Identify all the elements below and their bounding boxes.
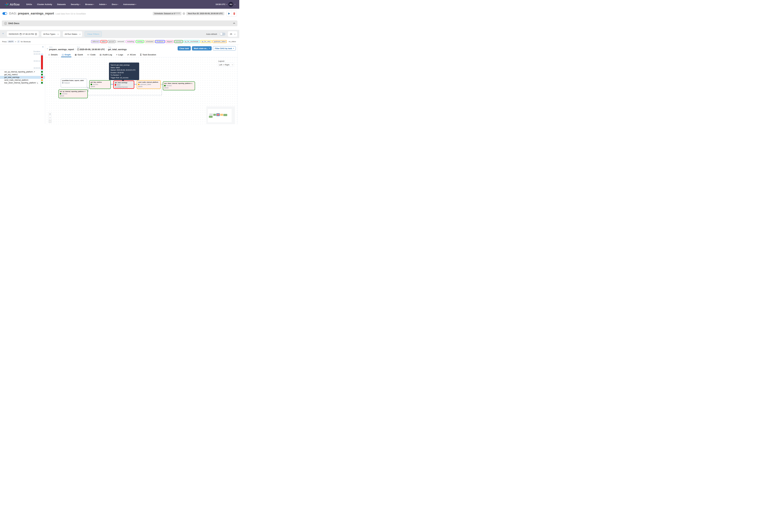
clear-task-button[interactable]: Clear task [178, 46, 191, 50]
tab-task-duration[interactable]: Task Duration [140, 52, 156, 57]
legend-shutdown[interactable]: shutdown [155, 40, 165, 43]
tab-code[interactable]: <>Code [87, 52, 95, 57]
legend-upstream-failed[interactable]: upstream_failed [212, 40, 227, 43]
caret-down-icon[interactable]: ▾ [235, 4, 235, 5]
legend-skipped[interactable]: skipped [165, 40, 174, 43]
run-duration-bar[interactable] [41, 55, 43, 69]
task-row-get-key-metrics[interactable]: get_key_metrics [0, 73, 45, 76]
run-types-select[interactable]: All Run Types [41, 31, 60, 37]
tab-xcom[interactable]: ⇄XCom [127, 52, 136, 57]
utc-clock-menu[interactable]: 19:59 UTC▾ [215, 3, 227, 6]
dag-name: prepare_earnings_report [18, 12, 54, 15]
task-row-get-total-earnings[interactable]: get_total_earnings [0, 76, 45, 79]
duration-tick: 00:00:00 [34, 67, 40, 69]
duration-axis-label: Duration [34, 50, 40, 52]
task-status-square[interactable] [41, 77, 43, 78]
tab-audit-log[interactable]: ▤Audit Log [100, 52, 112, 57]
nav-item-docs[interactable]: Docs▾ [112, 3, 118, 6]
page-size-select[interactable]: 25 [228, 31, 237, 37]
auto-refresh-toggle[interactable] [220, 33, 225, 36]
trigger-dag-button[interactable] [227, 11, 232, 16]
breadcrumb-run[interactable]: Run 2025-05-09, 19:00:00 UTC [77, 46, 105, 50]
play-icon [228, 13, 230, 15]
edge-getkeymetrics-gettotalearnings [111, 84, 113, 84]
task-row-tear-down-internal-reporting-platform[interactable]: tear_down_internal_reporting_platform↘ [0, 81, 45, 84]
duration-axis-line [0, 69, 45, 70]
fit-view-button[interactable] [49, 120, 52, 123]
legend-deferred[interactable]: deferred [91, 40, 100, 43]
graph-canvas[interactable]: snowflake://sales_reports_table/ Dataset… [45, 57, 237, 124]
legend-running[interactable]: running [136, 40, 144, 43]
chevron-down-icon [232, 64, 233, 65]
nav-item-dags[interactable]: DAGs [26, 3, 32, 6]
legend-restarting[interactable]: restarting [126, 40, 135, 43]
legend-queued[interactable]: queued [108, 40, 116, 43]
task-status-square[interactable] [41, 79, 43, 81]
caret-down-icon: ▾ [209, 47, 210, 49]
tab-gantt[interactable]: ▦Gantt [75, 52, 83, 57]
node-set-up-internal-reporting-platform[interactable]: set_up_internal_reporting_platform ↗ suc… [58, 90, 88, 98]
run-datetime-input[interactable]: 05/09/2025 07:36:19 PM [7, 31, 39, 37]
zoom-out-button[interactable]: − [49, 116, 52, 119]
task-tooltip: Task Id: get_total_earnings Status: fail… [109, 62, 139, 80]
graph-minimap[interactable] [206, 107, 235, 124]
edge-gettotalearnings-sendmails [134, 84, 137, 84]
task-status-square[interactable] [41, 71, 43, 73]
breadcrumb-chevrons-icon[interactable]: » [47, 47, 48, 50]
nav-item-astronomer[interactable]: Astronomer▾ [123, 3, 136, 6]
legend-success[interactable]: success [174, 40, 183, 43]
tab-details[interactable]: ⚠Details [48, 52, 58, 57]
task-row-set-up-internal-reporting-platform[interactable]: set_up_internal_reporting_platform↗ [0, 70, 45, 73]
mark-state-button[interactable]: Mark state as...▾ [192, 46, 212, 50]
task-list: set_up_internal_reporting_platform↗ get_… [0, 70, 45, 84]
schedule-info-icon[interactable]: i [183, 12, 185, 15]
tab-graph[interactable]: ◫Graph [62, 52, 71, 57]
delete-dag-button[interactable] [232, 11, 237, 16]
nav-item-admin[interactable]: Admin▾ [99, 3, 107, 6]
clear-filters-button[interactable]: Clear Filters [85, 31, 102, 37]
breadcrumb-separator: / [75, 48, 76, 50]
breadcrumb-dag[interactable]: DAG prepare_earnings_report [49, 46, 74, 50]
avatar[interactable]: AU [228, 2, 233, 7]
node-send-mails-internal-platform[interactable]: send_mails_internal_platform upstream_fa… [137, 80, 161, 89]
nav-item-cluster-activity[interactable]: Cluster Activity [37, 3, 52, 6]
auto-refresh-label: Auto-refresh [206, 33, 217, 35]
legend-up-for-reschedule[interactable]: up_for_reschedule [183, 40, 200, 43]
collapse-filters-icon[interactable]: « [2, 33, 4, 35]
task-row-send-mails-internal-platform[interactable]: send_mails_internal_platform [0, 79, 45, 81]
legend-failed[interactable]: failed [100, 40, 107, 43]
edge-setup-teardown-dashed [162, 85, 162, 95]
node-tear-down-internal-reporting-platform[interactable]: tear_down_internal_reporting_platform ↘ … [163, 81, 195, 90]
dag-pause-toggle[interactable] [2, 12, 7, 15]
legend-removed[interactable]: removed [116, 40, 125, 43]
tab-logs[interactable]: ≡Logs [116, 52, 123, 57]
graph-panel: » DAG prepare_earnings_report / Run 20 [45, 45, 238, 124]
dag-docs-accordion[interactable]: i DAG Docs [2, 21, 238, 26]
legend-scheduled[interactable]: scheduled [145, 40, 155, 43]
zoom-in-button[interactable]: + [49, 112, 52, 116]
layout-label: Layout: [218, 60, 225, 62]
task-status-square[interactable] [41, 74, 43, 75]
layout-select[interactable]: Left -> Right [218, 63, 234, 67]
minimap-node-dataset [209, 114, 213, 116]
run-states-select[interactable]: All Run States [63, 31, 82, 37]
node-get-total-earnings[interactable]: get_total_earnings failed SnowflakeOpera… [113, 81, 134, 89]
airflow-brand[interactable]: Airflow [5, 2, 20, 6]
breadcrumb-task[interactable]: Task get_total_earnings [108, 46, 127, 50]
legend-up-for-retry[interactable]: up_for_retry [200, 40, 212, 43]
xcom-icon: ⇄ [127, 53, 129, 56]
filter-dag-by-task-button[interactable]: Filter DAG by task▾ [213, 46, 236, 50]
setup-arrow-icon: ↗ [84, 91, 85, 92]
tooltip-task-id: Task Id: get_total_earnings [110, 64, 138, 66]
node-dataset-sales-reports-table[interactable]: snowflake://sales_reports_table/ Dataset [61, 79, 87, 87]
minimap-viewport [208, 109, 232, 122]
nav-item-datasets[interactable]: Datasets [57, 3, 65, 6]
collapse-sidebar-icon[interactable]: « [42, 45, 44, 48]
detail-tabs: ⚠Details ◫Graph ▦Gantt <>Code ▤Audit Log… [45, 52, 237, 57]
task-status-square[interactable] [41, 82, 43, 84]
legend-no-status[interactable]: no_status [227, 40, 237, 43]
nav-item-browse[interactable]: Browse▾ [85, 3, 94, 6]
nav-item-security[interactable]: Security▾ [71, 3, 80, 6]
node-get-key-metrics[interactable]: get_key_metrics success @task [89, 80, 111, 89]
shift-key: shift [7, 41, 14, 43]
